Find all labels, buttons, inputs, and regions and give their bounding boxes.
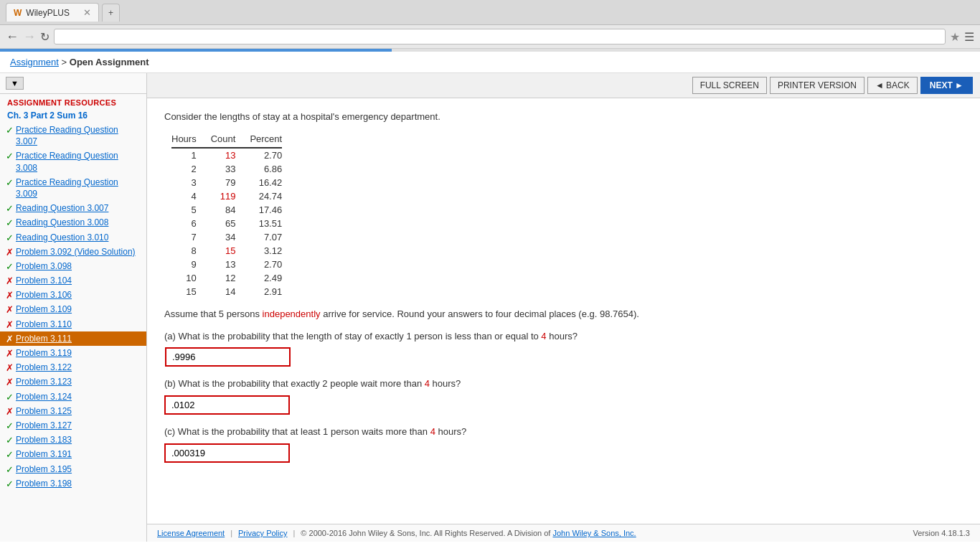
sidebar-item[interactable]: ✓ Practice Reading Question 3.008 [0,149,146,174]
full-screen-button[interactable]: FULL SCREEN [692,77,767,94]
sidebar-item[interactable]: ✗ Problem 3.109 [0,302,146,316]
sidebar-item-link[interactable]: Practice Reading Question 3.009 [16,176,141,199]
table-row: 7 34 7.07 [171,230,282,244]
content-scroll: Consider the lengths of stay at a hospit… [147,98,980,524]
sidebar-item[interactable]: ✓ Practice Reading Question 3.009 [0,175,146,201]
sidebar-item-link[interactable]: Practice Reading Question 3.008 [16,150,141,173]
answer-b-input[interactable] [164,395,290,415]
sidebar-item-link[interactable]: Problem 3.127 [16,420,72,431]
sidebar-item-link[interactable]: Problem 3.098 [16,260,72,272]
sidebar-item-link[interactable]: Problem 3.122 [16,362,72,373]
sidebar-item[interactable]: ✗ Problem 3.119 [0,346,146,360]
question-b-text: (b) What is the probability that exactly… [164,377,963,392]
back-button[interactable]: ◄ BACK [867,77,918,94]
sidebar-item-link[interactable]: Problem 3.195 [16,463,72,475]
sidebar-item-link[interactable]: Reading Question 3.008 [16,217,108,228]
sidebar-item[interactable]: ✗ Problem 3.125 [0,404,146,418]
sidebar-item[interactable]: ✓ Practice Reading Question 3.007 [0,123,146,149]
data-table: Hours Count Percent 1 13 2.70 2 33 6.86 [171,132,282,298]
browser-tab[interactable]: W WileyPLUS ✕ [6,3,99,22]
sidebar-item[interactable]: ✓ Problem 3.195 [0,462,146,476]
back-nav-btn[interactable]: ← [6,29,19,44]
check-icon: ✓ [6,449,14,460]
sidebar-item-link[interactable]: Reading Question 3.010 [16,232,108,243]
table-row: 8 15 3.12 [171,244,282,258]
sidebar-item[interactable]: ✗ Problem 3.123 [0,375,146,389]
sidebar-item[interactable]: ✓ Reading Question 3.007 [0,201,146,215]
tab-favicon: W [14,8,22,18]
sidebar-item[interactable]: ✗ Problem 3.092 (Video Solution) [0,245,146,259]
table-cell-count: 13 [211,148,250,162]
highlight-4c: 4 [430,426,435,437]
sidebar-item-link[interactable]: Problem 3.104 [16,275,72,286]
top-toolbar: FULL SCREEN PRINTER VERSION ◄ BACK NEXT … [147,73,980,98]
sidebar-item-link[interactable]: Problem 3.191 [16,448,72,460]
sidebar-toggle-btn[interactable]: ▼ [6,77,24,90]
sidebar-item[interactable]: ✓ Problem 3.198 [0,476,146,491]
tab-close-icon[interactable]: ✕ [83,7,91,18]
copyright-text: © 2000-2016 John Wiley & Sons, Inc. [301,529,432,537]
footer-sep1: | [230,529,232,537]
sidebar-item[interactable]: ✓ Problem 3.127 [0,418,146,433]
sidebar-item-link[interactable]: Problem 3.092 (Video Solution) [16,246,136,258]
check-icon: ✓ [6,203,14,214]
company-link[interactable]: John Wiley & Sons, Inc. [552,529,636,537]
sidebar-item[interactable]: ✗ Problem 3.106 [0,288,146,302]
menu-btn[interactable]: ☰ [964,30,974,44]
address-bar[interactable]: edugen.wileyplus.com/edugen/student/main… [54,29,946,44]
sidebar-item-link[interactable]: Problem 3.119 [16,347,72,359]
check-icon: ✓ [6,261,14,272]
new-tab-btn[interactable]: + [102,4,120,22]
sidebar: ▼ ASSIGNMENT RESOURCES Ch. 3 Part 2 Sum … [0,73,147,542]
reload-btn[interactable]: ↻ [40,30,50,44]
table-header-percent: Percent [250,132,282,148]
sidebar-item-link[interactable]: Problem 3.198 [16,478,72,489]
printer-version-button[interactable]: PRINTER VERSION [770,77,864,94]
sidebar-item-link[interactable]: Problem 3.106 [16,289,72,301]
answer-c-input[interactable] [164,443,290,463]
sidebar-item-link[interactable]: Practice Reading Question 3.007 [16,124,141,147]
table-cell-count: 14 [211,285,250,298]
sidebar-item[interactable]: ✓ Reading Question 3.008 [0,215,146,230]
privacy-link[interactable]: Privacy Policy [238,529,287,537]
check-icon: ✓ [6,151,14,161]
answer-a-input[interactable] [165,347,291,367]
sidebar-item-link[interactable]: Problem 3.183 [16,434,72,446]
question-a-block: (a) What is the probability that the len… [164,329,963,367]
sidebar-item[interactable]: ✓ Problem 3.191 [0,447,146,461]
chapter-link[interactable]: Ch. 3 Part 2 Sum 16 [0,108,146,123]
table-cell-count: 12 [211,271,250,285]
sidebar-item-link[interactable]: Problem 3.125 [16,405,72,417]
check-icon: ✓ [6,479,14,489]
assume-text: Assume that 5 persons independently arri… [164,307,963,322]
x-icon: ✗ [6,406,14,417]
sidebar-item[interactable]: ✓ Problem 3.183 [0,433,146,447]
sidebar-item[interactable]: ✓ Reading Question 3.010 [0,230,146,245]
assignment-link[interactable]: Assignment [10,57,59,67]
highlight-4b: 4 [425,378,430,389]
table-cell-percent: 24.74 [250,189,282,203]
independently-text: independently [263,309,321,319]
content-area: FULL SCREEN PRINTER VERSION ◄ BACK NEXT … [147,73,980,542]
sidebar-item-highlighted[interactable]: ✗ Problem 3.111 [0,331,146,346]
sidebar-item-link[interactable]: Problem 3.110 [16,319,72,330]
next-button[interactable]: NEXT ► [920,77,973,94]
forward-nav-btn[interactable]: → [23,29,36,44]
sidebar-item[interactable]: ✓ Problem 3.124 [0,390,146,404]
sidebar-item[interactable]: ✗ Problem 3.110 [0,317,146,331]
sidebar-item-link[interactable]: Problem 3.111 [16,333,72,344]
sidebar-item-link[interactable]: Problem 3.123 [16,376,72,387]
sidebar-item-link[interactable]: Problem 3.109 [16,303,72,315]
table-cell-hours: 8 [171,244,211,258]
sidebar-item-link[interactable]: Problem 3.124 [16,391,72,402]
table-cell-percent: 13.51 [250,217,282,230]
sidebar-item-link[interactable]: Reading Question 3.007 [16,202,108,214]
footer-version: Version 4.18.1.3 [913,529,970,537]
sidebar-item[interactable]: ✗ Problem 3.122 [0,360,146,375]
sidebar-item[interactable]: ✗ Problem 3.104 [0,273,146,288]
license-link[interactable]: License Agreement [157,529,225,537]
check-icon: ✓ [6,420,14,431]
sidebar-item[interactable]: ✓ Problem 3.098 [0,259,146,273]
footer-copyright: © 2000-2016 John Wiley & Sons, Inc. All … [301,529,636,537]
bookmark-btn[interactable]: ★ [950,30,960,44]
